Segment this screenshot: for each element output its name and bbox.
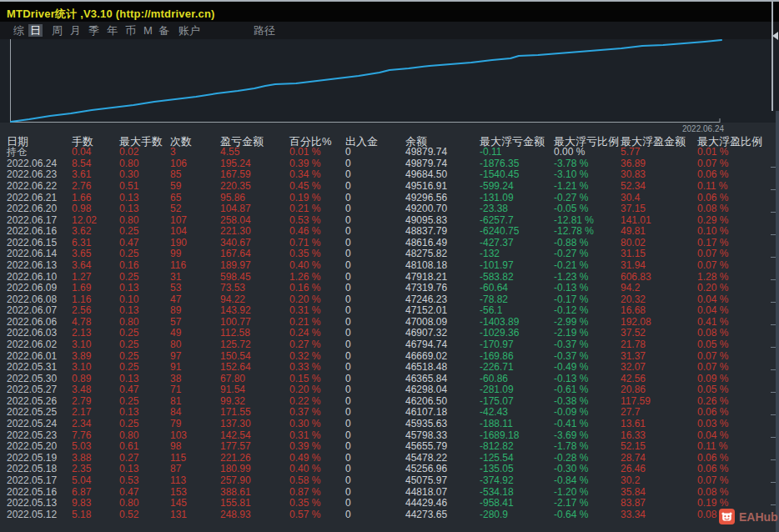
table-row[interactable]: 2022.06.133.640.16116189.970.40 %048108.… (0, 260, 779, 272)
table-row[interactable]: 2022.06.233.610.3085167.590.34 %049684.5… (0, 169, 779, 181)
table-cell: 0 (345, 283, 351, 294)
table-row[interactable]: 2022.05.313.100.2591152.640.33 %046518.4… (0, 362, 779, 374)
table-cell: 0.30 (119, 169, 138, 181)
table-row[interactable]: 2022.05.182.350.1387180.990.40 %045256.9… (0, 464, 779, 475)
table-row[interactable]: 2022.06.091.690.135373.530.16 %047319.76… (0, 283, 779, 294)
table-row[interactable]: 2022.06.163.620.25104221.300.46 %048837.… (0, 226, 779, 238)
menu-item-7[interactable]: 币 (123, 24, 138, 37)
table-cell: 131 (170, 509, 187, 521)
table-row[interactable]: 2022.06.013.890.2597150.540.32 %046669.0… (0, 351, 779, 363)
table-row[interactable]: 2022.06.200.980.1352104.870.21 %049200.7… (0, 203, 779, 215)
table-cell: 0 (345, 384, 351, 396)
table-cell: 2022.06.02 (7, 339, 57, 351)
table-cell: -427.37 (480, 238, 514, 249)
table-cell: 30.4 (621, 193, 640, 204)
table-cell: 0 (345, 248, 351, 260)
table-row[interactable]: 2022.06.072.560.1389143.920.31 %047152.0… (0, 305, 779, 317)
table-row[interactable]: 持仓0.040.0234.550.01 %049879.74-0.110.00 … (0, 147, 779, 158)
scrollbar-arrow-icon[interactable] (772, 32, 778, 40)
column-header[interactable]: 盈亏金额 (220, 136, 264, 148)
table-row[interactable]: 2022.05.125.180.52131248.930.57 %044273.… (0, 509, 779, 521)
table-cell: 0 (345, 374, 351, 385)
table-cell: 52.15 (621, 441, 646, 453)
column-header[interactable]: 次数 (170, 136, 192, 148)
title-bar[interactable]: MTDriver统计 ,V3.10 (http://mtdriver.cn) (0, 0, 779, 22)
column-header[interactable]: 最大浮盈金额 (621, 136, 686, 148)
table-row[interactable]: 2022.06.023.100.2580125.720.27 %046794.7… (0, 339, 779, 351)
table-row[interactable]: 2022.06.222.760.5159220.350.45 %049516.9… (0, 181, 779, 193)
table-row[interactable]: 2022.06.064.780.8057100.770.21 %047008.0… (0, 317, 779, 329)
table-cell: 0.07 % (697, 260, 728, 272)
menu-item-9[interactable]: 备 (157, 24, 171, 37)
table-cell: 47152.01 (405, 305, 447, 317)
table-cell: 155.81 (220, 498, 251, 509)
table-cell: 0.53 (119, 475, 138, 487)
table-cell: 16.33 (621, 430, 646, 442)
table-cell: -132 (480, 248, 500, 260)
table-cell: 21.78 (621, 339, 646, 351)
table-cell: 0.01 % (289, 147, 320, 158)
table-row[interactable]: 2022.05.300.890.133867.800.15 %046365.84… (0, 374, 779, 385)
table-cell: 0 (345, 203, 351, 215)
menu-item-5[interactable]: 季 (87, 24, 101, 37)
menu-item-3[interactable]: 周 (50, 24, 64, 37)
table-cell: 49296.56 (405, 193, 447, 204)
column-header[interactable]: 最大浮亏比例 (554, 136, 619, 148)
table-row[interactable]: 2022.05.139.830.80145155.810.35 %044429.… (0, 498, 779, 509)
menu-item-8[interactable]: M (142, 24, 154, 37)
table-cell: 46518.48 (405, 362, 447, 374)
table-row[interactable]: 2022.06.101.270.2531598.451.26 %047918.2… (0, 272, 779, 284)
table-cell: 2022.06.22 (7, 181, 57, 193)
table-row[interactable]: 2022.06.1712.020.80107258.040.53 %049095… (0, 215, 779, 227)
table-row[interactable]: 2022.06.211.660.136595.860.19 %049296.56… (0, 193, 779, 204)
table-row[interactable]: 2022.06.081.160.104794.220.20 %047246.23… (0, 294, 779, 306)
table-cell: 0.26 % (697, 396, 728, 408)
table-row[interactable]: 2022.05.273.480.477191.540.20 %046298.04… (0, 384, 779, 396)
table-row[interactable]: 2022.06.248.540.80106195.240.39 %049879.… (0, 158, 779, 170)
table-cell: 2022.06.15 (7, 238, 57, 249)
column-header[interactable]: 余额 (405, 136, 427, 148)
table-cell: 171.55 (220, 407, 251, 419)
menu-item-6[interactable]: 年 (105, 24, 119, 37)
table-row[interactable]: 2022.06.156.310.47190340.670.71 %048616.… (0, 238, 779, 249)
table-row[interactable]: 2022.05.193.880.27115221.260.49 %045478.… (0, 453, 779, 464)
table-row[interactable]: 2022.05.205.030.6198177.570.39 %045655.7… (0, 441, 779, 453)
column-header[interactable]: 出入金 (345, 136, 378, 148)
column-header[interactable]: 最大浮亏金额 (480, 136, 545, 148)
table-cell: 44429.46 (405, 498, 447, 509)
table-cell: 0 (345, 169, 351, 181)
table-cell: 0.08 % (697, 203, 728, 215)
table-row[interactable]: 2022.05.237.760.80103142.540.31 %045798.… (0, 430, 779, 442)
table-cell: 49095.83 (405, 215, 447, 227)
table-cell: 388.61 (220, 487, 251, 499)
column-header[interactable]: 手数 (72, 136, 93, 148)
scrollbar-tick (771, 234, 776, 235)
table-row[interactable]: 2022.06.032.130.2549112.580.24 %046907.3… (0, 328, 779, 339)
table-cell: 49.81 (621, 226, 646, 238)
column-header[interactable]: 日期 (7, 136, 28, 148)
table-row[interactable]: 2022.05.252.170.1384171.550.37 %046107.1… (0, 407, 779, 419)
column-header[interactable]: 最大手数 (119, 136, 163, 148)
table-row[interactable]: 2022.05.166.870.47153388.610.87 %044818.… (0, 487, 779, 499)
menu-item-1[interactable]: 综 (12, 24, 26, 37)
equity-chart-panel: 2022.03.17 (0, 39, 779, 123)
menu-item-11[interactable]: 路径 (252, 24, 277, 37)
menu-item-2[interactable]: 日 (28, 24, 43, 37)
scrollbar-track[interactable] (771, 0, 773, 111)
table-row[interactable]: 2022.05.262.790.258199.320.22 %046206.50… (0, 396, 779, 408)
table-cell: -226.71 (480, 362, 514, 374)
table-cell: 5.18 (72, 509, 91, 521)
menu-item-10[interactable]: 账户 (177, 24, 202, 37)
menu-item-4[interactable]: 月 (68, 24, 83, 37)
table-row[interactable]: 2022.06.143.650.2599167.640.35 %048275.8… (0, 248, 779, 260)
column-header[interactable]: 最大浮盈比例 (697, 136, 762, 148)
table-cell: -0.37 % (554, 351, 588, 363)
table-cell: 0.16 % (289, 283, 320, 294)
table-cell: 0.08 % (697, 328, 728, 339)
column-header[interactable]: 百分比% (289, 136, 332, 148)
table-cell: -135.05 (480, 464, 514, 475)
table-row[interactable]: 2022.05.175.040.53113257.900.58 %045075.… (0, 475, 779, 487)
table-row[interactable]: 2022.05.242.340.2579137.300.30 %045935.6… (0, 419, 779, 430)
table-cell: 0 (345, 464, 351, 475)
table-cell: 0.07 % (697, 158, 728, 170)
